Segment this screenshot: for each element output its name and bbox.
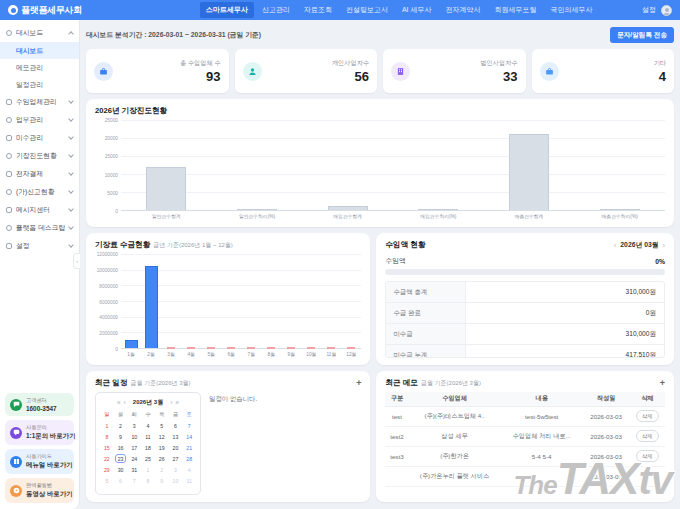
calendar-first-arrow[interactable]: « <box>117 399 121 406</box>
nav-item-AI 세무사[interactable]: AI 세무사 <box>396 2 438 18</box>
add-schedule-button[interactable]: + <box>356 379 361 388</box>
help-card-label: 동영상 바로가기 <box>26 490 73 499</box>
sidebar-item-기장진도현황[interactable]: 기장진도현황 <box>0 147 79 165</box>
calendar-date-11[interactable]: 11 <box>141 431 155 442</box>
calendar-date-10[interactable]: 10 <box>169 475 183 486</box>
memo-subtitle: 금월 기준(2026년 3월) <box>421 379 481 388</box>
calendar-date-8[interactable]: 8 <box>141 475 155 486</box>
calendar-date-13[interactable]: 13 <box>169 431 183 442</box>
calendar-date-3[interactable]: 3 <box>127 420 141 431</box>
calendar-date-23[interactable]: 23 <box>114 453 128 464</box>
help-card-고객센터[interactable]: 고객센터1600-3547 <box>5 393 74 416</box>
sidebar-item-미수관리[interactable]: 미수관리 <box>0 129 79 147</box>
user-avatar[interactable] <box>661 5 672 16</box>
calendar-date-2[interactable]: 2 <box>155 464 169 475</box>
progress-chart-panel: 2026년 기장진도현황 0500010000150002000025000 일… <box>86 99 674 227</box>
sidebar-menu: 대시보드대시보드메모관리일정관리수임업체관리업무관리미수관리기장진도현황전자결제… <box>0 20 79 257</box>
add-memo-button[interactable]: + <box>660 379 665 388</box>
help-card-사용문의[interactable]: 사용문의1:1문의 바로가기 <box>5 420 74 445</box>
menu-icon <box>6 30 12 36</box>
calendar-date-14[interactable]: 14 <box>182 431 196 442</box>
calendar-date-11[interactable]: 11 <box>182 475 196 486</box>
calendar-date-15[interactable]: 15 <box>100 442 114 453</box>
calendar-date-16[interactable]: 16 <box>114 442 128 453</box>
sidebar-item-수임업체관리[interactable]: 수임업체관리 <box>0 93 79 111</box>
sidebar-subitem-메모관리[interactable]: 메모관리 <box>0 59 79 76</box>
delete-memo-button[interactable]: 삭제 <box>636 410 659 422</box>
calendar-date-10[interactable]: 10 <box>127 431 141 442</box>
calendar-date-3[interactable]: 3 <box>169 464 183 475</box>
settings-link[interactable]: 설정 <box>642 5 656 15</box>
calendar-date-6[interactable]: 6 <box>169 420 183 431</box>
nav-item-스마트세무사[interactable]: 스마트세무사 <box>200 2 254 18</box>
calendar-date-29[interactable]: 29 <box>100 464 114 475</box>
sidebar-item-플랫폼 데스크탑[interactable]: 플랫폼 데스크탑 <box>0 219 79 237</box>
prev-month-arrow[interactable]: ‹ <box>614 241 617 250</box>
nav-item-컨설팅보고서[interactable]: 컨설팅보고서 <box>340 2 394 18</box>
bar-일반건수처리(%) <box>237 209 277 210</box>
memo-content: test-5w5test <box>501 406 583 426</box>
calendar-date-9[interactable]: 9 <box>114 431 128 442</box>
calendar-prev-arrow[interactable]: ‹ <box>124 399 126 406</box>
calendar-date-5[interactable]: 5 <box>100 475 114 486</box>
bar-slot <box>484 120 575 210</box>
briefcase-icon <box>94 62 113 81</box>
calendar-next-arrow[interactable]: › <box>170 399 172 406</box>
sidebar-item-업무관리[interactable]: 업무관리 <box>0 111 79 129</box>
calendar-date-8[interactable]: 8 <box>100 431 114 442</box>
calendar-date-22[interactable]: 22 <box>100 453 114 464</box>
calendar-date-9[interactable]: 9 <box>155 475 169 486</box>
calendar-date-5[interactable]: 5 <box>155 420 169 431</box>
calendar-date-2[interactable]: 2 <box>114 420 128 431</box>
calendar-date-18[interactable]: 18 <box>141 442 155 453</box>
calendar-day-header: 수 <box>141 409 155 420</box>
sidebar-item-전자결제[interactable]: 전자결제 <box>0 165 79 183</box>
memo-col-구분: 구분 <box>385 392 408 406</box>
calendar-date-1[interactable]: 1 <box>100 420 114 431</box>
calendar-date-24[interactable]: 24 <box>127 453 141 464</box>
calendar-last-arrow[interactable]: » <box>175 399 179 406</box>
nav-item-전자계약서[interactable]: 전자계약서 <box>439 2 486 18</box>
y-tick-label: 15000 <box>105 154 118 159</box>
delete-memo-button[interactable]: 삭제 <box>636 450 659 462</box>
sidebar-subitem-대시보드[interactable]: 대시보드 <box>0 42 79 59</box>
nav-item-신고관리[interactable]: 신고관리 <box>256 2 296 18</box>
calendar-date-4[interactable]: 4 <box>182 464 196 475</box>
calendar-date-7[interactable]: 7 <box>127 475 141 486</box>
calendar-date-26[interactable]: 26 <box>155 453 169 464</box>
calendar-date-20[interactable]: 20 <box>169 442 183 453</box>
nav-item-자료조회[interactable]: 자료조회 <box>298 2 338 18</box>
calendar-date-30[interactable]: 30 <box>114 464 128 475</box>
sidebar-item-대시보드[interactable]: 대시보드 <box>0 24 79 42</box>
bar-slot <box>301 254 321 348</box>
help-card-완벽활용법[interactable]: 완벽활용법동영상 바로가기 <box>5 478 74 503</box>
calendar-date-4[interactable]: 4 <box>141 420 155 431</box>
memo-date: 2026-03-03 <box>583 426 630 446</box>
help-card-사용가이드[interactable]: 사용가이드메뉴얼 바로가기 <box>5 449 74 474</box>
calendar-date-1[interactable]: 1 <box>141 464 155 475</box>
delete-memo-button[interactable]: 삭제 <box>636 430 659 442</box>
next-month-arrow[interactable]: › <box>663 241 666 250</box>
calendar-date-31[interactable]: 31 <box>127 464 141 475</box>
nav-item-회원세무포털[interactable]: 회원세무포털 <box>488 2 542 18</box>
app-logo[interactable]: 플랫폼세무사회 <box>8 4 82 17</box>
calendar-date-21[interactable]: 21 <box>182 442 196 453</box>
nav-item-국민의세무사[interactable]: 국민의세무사 <box>544 2 598 18</box>
send-sms-button[interactable]: 문자/알림톡 전송 <box>610 27 674 43</box>
sidebar-item-(가)신고현황[interactable]: (가)신고현황 <box>0 183 79 201</box>
calendar-date-28[interactable]: 28 <box>182 453 196 464</box>
sidebar-item-메시지센터[interactable]: 메시지센터 <box>0 201 79 219</box>
y-tick-label: 0 <box>115 347 118 352</box>
sidebar-collapse-handle[interactable]: ‹ <box>73 253 80 269</box>
memo-row: (주)가온누리 플랫 서비스2026-03-03 <box>385 466 665 486</box>
calendar-date-6[interactable]: 6 <box>114 475 128 486</box>
calendar-date-7[interactable]: 7 <box>182 420 196 431</box>
calendar-date-17[interactable]: 17 <box>127 442 141 453</box>
calendar-date-25[interactable]: 25 <box>141 453 155 464</box>
calendar-date-19[interactable]: 19 <box>155 442 169 453</box>
calendar-date-12[interactable]: 12 <box>155 431 169 442</box>
memo-action-cell: 삭제 <box>630 426 665 446</box>
calendar-date-27[interactable]: 27 <box>169 453 183 464</box>
sidebar-subitem-일정관리[interactable]: 일정관리 <box>0 76 79 93</box>
sidebar-item-설정[interactable]: 설정 <box>0 237 79 255</box>
